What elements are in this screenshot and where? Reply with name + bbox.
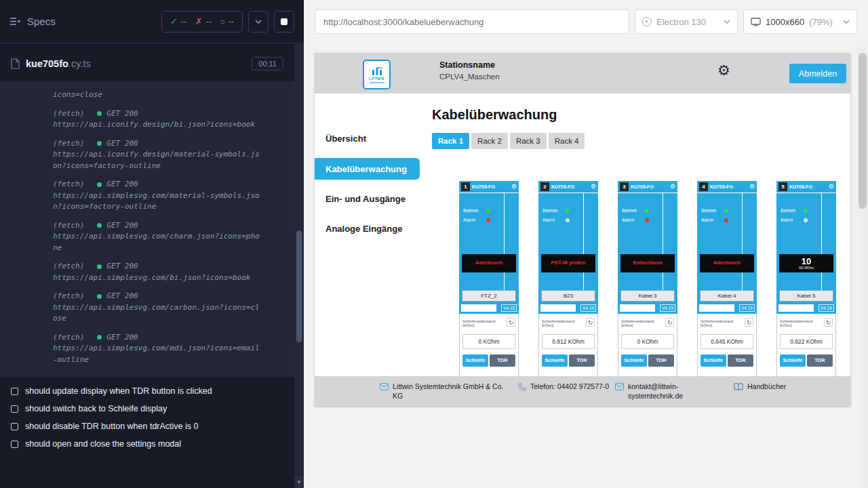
page-scrollbar[interactable]	[857, 41, 868, 488]
measurement-value: 0 KOhm	[621, 334, 674, 349]
tdr-button[interactable]: TDR	[569, 354, 595, 367]
log-entry[interactable]: (fetch)GET 200 https://api.simplesvg.com…	[53, 179, 260, 213]
test-box-icon	[11, 441, 18, 448]
test-title: should update display when TDR button is…	[25, 386, 212, 396]
logout-button[interactable]: Abmelden	[789, 64, 846, 83]
failed-count: --	[206, 17, 212, 26]
refresh-icon[interactable]: ↻	[745, 318, 753, 327]
firmware-version: V4.19	[501, 304, 517, 312]
specs-menu[interactable]: Specs	[9, 16, 156, 27]
footer-email[interactable]: kontakt@littwin-systemtechnik.de	[615, 382, 717, 401]
footer-company[interactable]: Littwin Systemtechnik GmbH & Co. KG	[380, 382, 510, 401]
url-input[interactable]	[323, 17, 620, 27]
test-title: should open and close the settings modal	[25, 439, 181, 449]
alarm-label: Alarm	[622, 218, 641, 222]
refresh-icon[interactable]: ↻	[665, 318, 674, 327]
viewport-select[interactable]: 1000x660 (79%)	[743, 9, 857, 34]
runner-toolbar: Specs ✓-- ✗-- ○--	[0, 0, 304, 43]
stop-button[interactable]	[274, 11, 294, 33]
stat-passed: ✓--	[170, 16, 186, 26]
status-dot-icon	[97, 141, 102, 146]
test-item[interactable]: should open and close the settings modal	[0, 435, 294, 453]
refresh-icon[interactable]: ↻	[824, 318, 833, 327]
collapse-button[interactable]	[248, 11, 269, 33]
pending-icon: ○	[220, 17, 225, 26]
tdr-button[interactable]: TDR	[807, 354, 833, 367]
tab-rack-3[interactable]: Rack 3	[510, 133, 547, 149]
tdr-button[interactable]: TDR	[648, 354, 674, 367]
specs-label: Specs	[27, 16, 56, 27]
sidebar-item-kabelueberwachung[interactable]: Kabelüberwachung	[315, 158, 420, 180]
url-bar[interactable]	[315, 9, 629, 34]
tdr-button[interactable]: TDR	[490, 354, 515, 367]
tdr-button[interactable]: TDR	[728, 354, 753, 367]
status-text: 10	[802, 257, 811, 266]
schleife-button[interactable]: Schleife	[621, 354, 647, 367]
log-entry[interactable]: (fetch)GET 200 https://api.simplesvg.com…	[53, 220, 260, 254]
stop-icon	[281, 18, 288, 25]
footer-phone[interactable]: Telefon: 04402 972577-0	[518, 382, 613, 392]
test-item[interactable]: should switch back to Schleife display	[0, 400, 294, 418]
refresh-icon[interactable]: ↻	[507, 318, 515, 327]
schleife-button[interactable]: Schleife	[780, 354, 806, 367]
spec-name: kue705fo.cy.ts	[26, 58, 91, 69]
status-text: Aderbruch	[475, 260, 502, 266]
device-gear-icon[interactable]: ⚙	[829, 184, 834, 190]
spec-header[interactable]: kue705fo.cy.ts 00:11	[0, 50, 294, 77]
sidebar-item-uebersicht[interactable]: Übersicht	[326, 134, 366, 144]
betrieb-led	[486, 209, 490, 213]
device-gear-icon[interactable]: ⚙	[670, 184, 675, 190]
measurement-label: Schleifenwiderstand [kOhm]	[542, 318, 585, 328]
refresh-icon[interactable]: ↻	[586, 318, 595, 327]
display-window	[540, 304, 576, 312]
device-card-5: 5 KÜ706-FO ⚙ Betrieb Alarm 10 ISO MOhm K…	[776, 181, 836, 386]
status-dot-icon	[97, 111, 102, 116]
panel-divider	[821, 193, 822, 290]
scrollbar-down-arrow[interactable]: ▾	[294, 476, 304, 488]
log-entry[interactable]: (fetch)GET 200 https://api.simplesvg.com…	[53, 332, 260, 366]
tab-rack-1[interactable]: Rack 1	[432, 133, 469, 149]
sidebar-item-ein-und-ausgaenge[interactable]: Ein- und Ausgänge	[326, 194, 406, 204]
scrollbar-thumb[interactable]	[296, 230, 302, 342]
chevron-down-icon	[724, 20, 730, 24]
alarm-label: Alarm	[463, 218, 482, 222]
device-gear-icon[interactable]: ⚙	[511, 184, 517, 190]
device-model: KÜ705-FO	[472, 184, 509, 189]
viewport-zoom: (79%)	[809, 17, 833, 27]
device-panel: 5 KÜ706-FO ⚙ Betrieb Alarm 10 ISO MOhm K…	[776, 181, 836, 314]
browser-select[interactable]: Electron 130	[635, 9, 738, 34]
display-window	[461, 304, 496, 312]
device-gear-icon[interactable]: ⚙	[749, 184, 755, 190]
app-footer: Littwin Systemtechnik GmbH & Co. KG Tele…	[315, 376, 850, 406]
log-entry[interactable]: (fetch)GET 200 https://api.iconify.desig…	[53, 138, 260, 172]
runner-scrollbar[interactable]: ▾	[294, 43, 304, 488]
app-under-test: LITTWIN Stationsname CPLV4_Maschen ⚙ Abm…	[315, 53, 850, 406]
log-url: https://api.simplesvg.com/mdi.json?icons…	[53, 343, 260, 365]
specs-list-icon	[9, 17, 21, 26]
log-status: GET 200	[106, 291, 138, 302]
phone-icon	[518, 383, 526, 391]
tab-rack-2[interactable]: Rack 2	[471, 133, 508, 149]
log-entry[interactable]: (fetch)GET 200 https://api.simplesvg.com…	[53, 291, 260, 325]
scrollbar-thumb[interactable]	[859, 53, 867, 209]
betrieb-label: Betrieb	[701, 208, 720, 213]
test-stats-group: ✓-- ✗-- ○--	[161, 11, 243, 33]
test-item[interactable]: should update display when TDR button is…	[0, 382, 294, 400]
settings-gear-icon[interactable]: ⚙	[717, 63, 730, 77]
log-entry[interactable]: (fetch)GET 200 https://api.iconify.desig…	[53, 108, 260, 131]
log-entry[interactable]: (fetch)GET 200 https://api.simplesvg.com…	[53, 261, 260, 283]
test-item[interactable]: should disable TDR button when tdrActive…	[0, 418, 294, 435]
tab-rack-4[interactable]: Rack 4	[549, 133, 585, 149]
device-gear-icon[interactable]: ⚙	[591, 184, 596, 190]
schleife-button[interactable]: Schleife	[462, 354, 488, 367]
cable-name: Kabel 3	[620, 290, 675, 302]
status-display: Aderbruch	[700, 254, 754, 272]
footer-manuals[interactable]: Handbücher	[734, 382, 786, 392]
status-display: PST-M prüfen	[541, 254, 595, 272]
footer-manuals-text: Handbücher	[747, 382, 786, 392]
sidebar-item-analoge-eingaenge[interactable]: Analoge Eingänge	[326, 224, 402, 234]
schleife-button[interactable]: Schleife	[542, 354, 568, 367]
log-url: https://api.simplesvg.com/bi.json?icons=…	[53, 272, 260, 284]
log-url: https://api.iconify.design/material-symb…	[53, 149, 260, 171]
schleife-button[interactable]: Schleife	[701, 354, 726, 367]
